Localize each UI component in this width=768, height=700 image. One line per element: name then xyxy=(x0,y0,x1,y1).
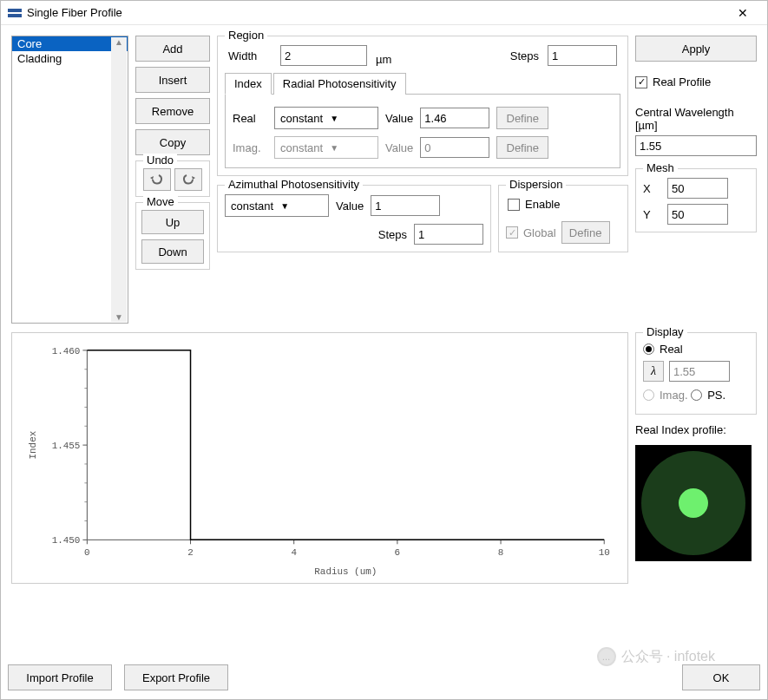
azimuthal-value-field[interactable] xyxy=(371,195,440,216)
display-ps-label: PS. xyxy=(707,389,725,402)
real-value-label: Value xyxy=(385,112,413,125)
display-real-radio[interactable]: Real xyxy=(643,343,683,356)
profile-preview xyxy=(635,445,752,561)
scroll-up-icon[interactable]: ▲ xyxy=(115,37,123,47)
chevron-down-icon: ▼ xyxy=(330,143,338,153)
move-up-button[interactable]: Up xyxy=(141,210,204,234)
mesh-x-field[interactable] xyxy=(667,178,728,199)
move-group: Move Up Down xyxy=(135,202,210,270)
display-ps-radio[interactable]: PS. xyxy=(691,389,725,402)
move-down-button[interactable]: Down xyxy=(141,239,204,264)
content: Core Cladding ▲ ▼ Add Insert Remove Copy… xyxy=(1,25,767,661)
mesh-y-field[interactable] xyxy=(667,204,728,225)
dispersion-enable-label: Enable xyxy=(525,198,560,211)
svg-text:0: 0 xyxy=(84,547,90,558)
azimuthal-steps-field[interactable] xyxy=(414,224,483,245)
list-scrollbar[interactable]: ▲ ▼ xyxy=(111,37,127,322)
chevron-down-icon: ▼ xyxy=(330,114,338,123)
radio-icon xyxy=(691,389,702,401)
region-listbox[interactable]: Core Cladding ▲ ▼ xyxy=(11,36,128,324)
mesh-y-label: Y xyxy=(643,208,660,221)
dispersion-enable[interactable]: Enable xyxy=(508,198,560,211)
azimuthal-value-label: Value xyxy=(336,200,364,213)
region-group: Region Width µm Steps Index Radial Photo… xyxy=(217,36,628,176)
redo-icon xyxy=(181,173,195,185)
real-profile-checkbox[interactable]: Real Profile xyxy=(635,75,757,88)
real-define-button[interactable]: Define xyxy=(496,107,548,129)
central-wavelength-label: Central Wavelength [µm] xyxy=(635,106,757,132)
svg-text:1.450: 1.450 xyxy=(52,535,81,546)
index-chart: 1.4501.4551.4600246810Radius (um)Index xyxy=(11,332,628,584)
ok-button[interactable]: OK xyxy=(682,664,760,690)
central-wavelength-field[interactable] xyxy=(635,135,757,156)
display-real-label: Real xyxy=(660,343,683,356)
svg-text:8: 8 xyxy=(498,547,504,558)
imag-define-button: Define xyxy=(496,136,548,159)
right-panel: Apply Real Profile Central Wavelength [µ… xyxy=(635,36,757,324)
window-title: Single Fiber Profile xyxy=(27,6,725,19)
lambda-button[interactable]: λ xyxy=(643,361,664,382)
middle-panel: Region Width µm Steps Index Radial Photo… xyxy=(217,36,628,324)
width-unit: µm xyxy=(376,53,391,66)
tab-index[interactable]: Index xyxy=(225,73,272,95)
svg-text:10: 10 xyxy=(599,547,610,558)
profile-preview-label: Real Index profile: xyxy=(635,423,757,436)
display-imag-label: Imag. xyxy=(660,389,688,402)
undo-group: Undo xyxy=(135,160,210,197)
export-profile-button[interactable]: Export Profile xyxy=(124,664,228,690)
azimuthal-combo-value: constant xyxy=(231,200,273,213)
display-group-label: Display xyxy=(643,325,687,338)
svg-text:6: 6 xyxy=(395,547,401,558)
remove-button[interactable]: Remove xyxy=(135,98,210,124)
steps-field[interactable] xyxy=(548,45,617,66)
checkbox-icon xyxy=(635,76,647,88)
azimuthal-steps-label: Steps xyxy=(378,228,407,241)
import-profile-button[interactable]: Import Profile xyxy=(8,664,112,690)
display-group: Display Real λ Imag. PS xyxy=(635,332,757,415)
undo-button[interactable] xyxy=(143,168,171,191)
add-button[interactable]: Add xyxy=(135,36,210,62)
dispersion-group-label: Dispersion xyxy=(506,178,566,191)
dispersion-group: Dispersion Enable Global Define xyxy=(498,185,628,252)
real-combo-value: constant xyxy=(280,112,323,125)
titlebar: Single Fiber Profile ✕ xyxy=(1,1,767,25)
imag-value-label: Value xyxy=(385,141,413,154)
real-label: Real xyxy=(233,112,267,125)
tab-radial-photosensitivity[interactable]: Radial Photosensitivity xyxy=(273,73,406,95)
steps-label: Steps xyxy=(510,49,539,62)
dispersion-global-label: Global xyxy=(523,226,556,239)
real-combo[interactable]: constant ▼ xyxy=(274,107,378,129)
display-panel: Display Real λ Imag. PS xyxy=(635,332,757,651)
svg-text:1.455: 1.455 xyxy=(52,441,81,451)
apply-button[interactable]: Apply xyxy=(635,36,757,62)
azimuthal-group-label: Azimuthal Photosensitivity xyxy=(225,178,363,191)
mesh-x-label: X xyxy=(643,182,660,195)
checkbox-icon xyxy=(506,226,518,239)
svg-text:Index: Index xyxy=(28,430,38,459)
svg-text:1.460: 1.460 xyxy=(52,346,81,357)
real-value-field[interactable] xyxy=(420,108,489,128)
svg-text:2: 2 xyxy=(187,547,194,558)
undo-icon xyxy=(150,173,164,185)
radio-icon xyxy=(643,389,654,401)
checkbox-icon xyxy=(508,199,520,211)
width-field[interactable] xyxy=(280,45,367,66)
imag-combo: constant ▼ xyxy=(274,136,378,159)
scroll-down-icon[interactable]: ▼ xyxy=(115,312,123,322)
core-circle-icon xyxy=(679,488,708,518)
imag-combo-value: constant xyxy=(280,141,323,154)
dispersion-define-button: Define xyxy=(561,221,610,244)
display-imag-radio: Imag. xyxy=(643,389,688,402)
copy-button[interactable]: Copy xyxy=(135,129,210,155)
azimuthal-group: Azimuthal Photosensitivity constant ▼ Va… xyxy=(217,185,491,252)
redo-button[interactable] xyxy=(174,168,202,191)
mesh-group: Mesh X Y xyxy=(635,168,757,232)
azimuthal-combo[interactable]: constant ▼ xyxy=(225,194,329,217)
close-button[interactable]: ✕ xyxy=(725,3,760,23)
index-tab-body: Real constant ▼ Value Define Imag. xyxy=(225,95,620,168)
insert-button[interactable]: Insert xyxy=(135,67,210,93)
svg-text:4: 4 xyxy=(291,547,297,558)
undo-group-label: Undo xyxy=(143,154,177,167)
footer: Import Profile Export Profile OK xyxy=(1,661,767,699)
imag-value-field xyxy=(420,137,489,158)
